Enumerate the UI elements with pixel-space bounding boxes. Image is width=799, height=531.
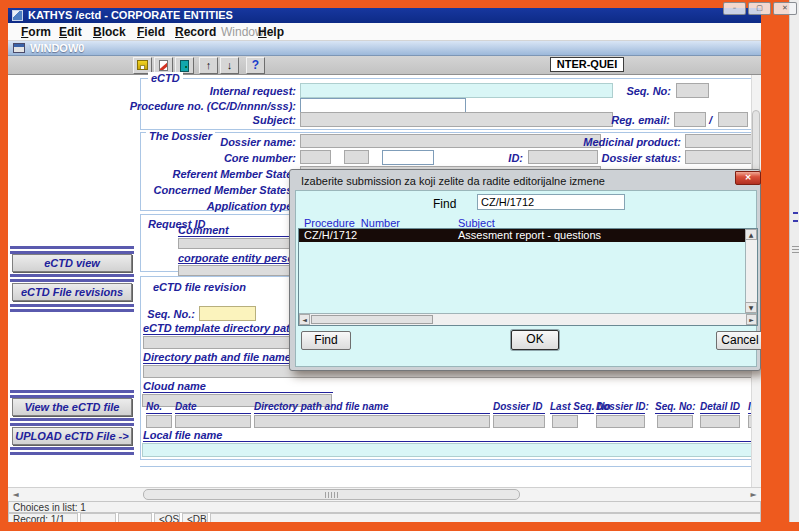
dialog-find-button[interactable]: Find — [301, 331, 351, 350]
find-input[interactable] — [477, 194, 625, 210]
ectd-section-legend: eCTD — [148, 72, 183, 84]
menu-item-help[interactable]: Help — [258, 23, 284, 41]
concerned-member-states-label: Concerned Member States: — [154, 184, 296, 196]
dialog-title: Izaberite submission za koji zelite da r… — [301, 175, 605, 187]
local-file-name-label: Local file name — [143, 429, 756, 442]
core-number-field-3[interactable] — [382, 150, 434, 165]
table-header-last-seq-no: Last Seq. No — [550, 401, 594, 414]
subject-label: Subject: — [253, 114, 296, 126]
application-window: KATHYS /ectd - CORPORATE ENTITIES Form E… — [0, 0, 799, 531]
edge-mark — [793, 212, 798, 214]
frame-border-bottom — [0, 522, 799, 531]
dialog-close-button[interactable]: ✕ — [735, 171, 761, 185]
ectd-file-revisions-button[interactable]: eCTD File revisions — [12, 283, 132, 301]
list-item-selected[interactable]: CZ/H/1712 Assesment report - questions — [299, 229, 747, 242]
table-header-detail-id: Detail ID — [700, 401, 740, 414]
next-record-button[interactable]: ↓ — [220, 57, 239, 74]
menu-item-block[interactable]: Block — [93, 23, 126, 41]
dossier-status-label: Dossier status: — [602, 152, 681, 164]
table-header-date: Date — [175, 401, 251, 414]
separator-line — [10, 304, 134, 307]
dialog-body: Find Procedure_Number Subject CZ/H/1712 … — [295, 190, 757, 367]
scrollbar-grip — [325, 492, 338, 498]
dossier-section-legend: The Dossier — [146, 130, 215, 142]
menu-item-form[interactable]: Form — [21, 23, 51, 41]
scroll-right-icon[interactable]: ► — [746, 314, 757, 325]
separator-line — [10, 418, 134, 421]
separator-line — [10, 423, 134, 426]
scroll-down-icon[interactable]: ▼ — [745, 302, 757, 313]
upload-ectd-file-button[interactable]: UPLOAD eCTD File -> — [12, 427, 132, 445]
ectd-view-button[interactable]: eCTD view — [12, 254, 132, 272]
seq-no-label: Seq. No: — [626, 85, 671, 97]
separator-line — [10, 452, 134, 455]
previous-record-button[interactable]: ↑ — [199, 57, 218, 74]
core-number-field-1 — [300, 150, 331, 164]
close-button[interactable]: ✕ — [773, 2, 797, 15]
table-header-directory-path: Directory path and file name — [254, 401, 490, 414]
reg-email-field-1 — [674, 112, 706, 127]
id-label: ID: — [508, 152, 523, 164]
dossier-name-label: Dossier name: — [220, 136, 296, 148]
seq-no-field — [676, 83, 709, 98]
internal-request-label: Internal request: — [210, 85, 296, 97]
row-subject: Assesment report - questions — [458, 229, 601, 242]
up-arrow-icon: ↑ — [206, 59, 212, 71]
minimize-button[interactable]: – — [723, 2, 746, 15]
core-number-field-2 — [344, 150, 369, 164]
scroll-left-icon[interactable]: ◄ — [10, 489, 21, 500]
dossier-name-field — [300, 134, 601, 148]
mdi-window-bar — [8, 41, 761, 56]
cloud-name-label: Cloud name — [143, 380, 333, 393]
close-icon: ✕ — [745, 173, 752, 182]
status-message: Choices in list: 1 — [8, 501, 761, 513]
dialog-ok-button[interactable]: OK — [511, 330, 559, 350]
table-field-directory-path — [254, 415, 490, 428]
outer-edge-strip — [789, 0, 799, 522]
frame-border-top — [0, 0, 799, 8]
scroll-right-icon[interactable]: ► — [748, 489, 759, 500]
dossier-status-field — [685, 150, 755, 164]
menu-item-record[interactable]: Record — [175, 23, 216, 41]
frame-border-left — [0, 0, 8, 531]
medicinal-product-field — [685, 134, 755, 148]
mode-indicator: NTER-QUEI — [550, 57, 624, 72]
submission-list[interactable]: CZ/H/1712 Assesment report - questions ▲… — [298, 228, 758, 326]
menu-item-edit[interactable]: Edit — [59, 23, 82, 41]
separator-line — [10, 447, 134, 450]
ectd-file-revision-legend: eCTD file revision — [153, 281, 246, 293]
exit-door-icon — [180, 60, 189, 72]
submission-select-dialog: Izaberite submission za koji zelite da r… — [289, 169, 761, 371]
menu-item-field[interactable]: Field — [137, 23, 165, 41]
scroll-left-icon[interactable]: ◄ — [299, 314, 310, 325]
minimize-icon: – — [733, 4, 737, 12]
dialog-cancel-button[interactable]: Cancel — [716, 331, 764, 350]
close-icon: ✕ — [782, 4, 788, 12]
internal-request-field[interactable] — [300, 83, 613, 98]
list-hscroll-thumb[interactable] — [311, 315, 433, 324]
scroll-up-icon[interactable]: ▲ — [745, 229, 757, 240]
window-title: KATHYS /ectd - CORPORATE ENTITIES — [28, 8, 233, 23]
separator-line — [10, 246, 134, 249]
help-icon: ? — [252, 58, 259, 72]
revision-seq-no-field[interactable] — [199, 306, 256, 321]
revision-seq-no-label: Seq. No.: — [147, 308, 195, 320]
section-border — [140, 466, 757, 467]
subject-field — [300, 112, 613, 127]
table-field-seq-no — [657, 415, 693, 428]
scrollbar-grip — [792, 245, 799, 253]
maximize-icon: ▢ — [756, 4, 763, 12]
toolbar — [8, 56, 761, 75]
table-field-dossier-id-2 — [596, 415, 645, 428]
save-icon — [137, 60, 148, 70]
help-button[interactable]: ? — [246, 57, 265, 74]
maximize-button[interactable]: ▢ — [748, 2, 771, 15]
mdi-window-icon — [13, 43, 25, 53]
separator-line — [10, 390, 134, 393]
id-field — [528, 150, 598, 164]
view-ectd-file-button[interactable]: View the eCTD file — [12, 398, 132, 416]
table-field-no — [146, 415, 172, 428]
list-vertical-scrollbar[interactable] — [745, 229, 757, 313]
local-file-name-field[interactable] — [142, 443, 756, 457]
table-header-no: No. — [146, 401, 172, 414]
